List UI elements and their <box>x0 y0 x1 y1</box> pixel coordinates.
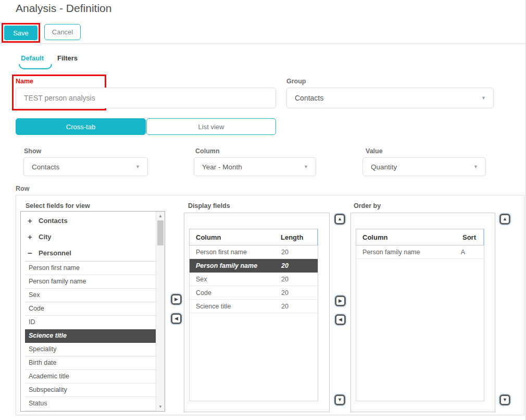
chevron-down-icon: ▼ <box>481 95 486 101</box>
value-label: Value <box>366 147 383 155</box>
group-select-value: Contacts <box>295 94 323 102</box>
crosstab-toggle-button[interactable]: Cross-tab <box>16 118 146 135</box>
fields-tree: +Contacts+City−PersonnelPerson first nam… <box>21 212 156 411</box>
select-fields-label: Select fields for view <box>26 202 90 209</box>
save-highlight-annotation: Save <box>2 23 40 43</box>
page-title: Analysis - Definition <box>16 2 111 15</box>
field-list-item[interactable]: Speciality <box>25 343 156 356</box>
tree-group-row[interactable]: +Contacts <box>21 213 156 229</box>
active-tab-indicator <box>19 64 52 69</box>
display-fields-header: Column Length <box>189 229 318 245</box>
tree-group-label: Contacts <box>39 217 68 225</box>
group-label: Group <box>286 78 306 85</box>
display-fields-grid: Column Length Person first name20Person … <box>189 229 318 401</box>
move-order-field-down-button[interactable]: ▼ <box>499 394 510 405</box>
chevron-down-icon: ▼ <box>304 164 308 169</box>
show-select[interactable]: Contacts ▼ <box>23 157 148 176</box>
select-fields-listbox: +Contacts+City−PersonnelPerson first nam… <box>20 211 165 412</box>
column-header: Column <box>190 233 281 241</box>
column-header: Column <box>356 233 452 241</box>
field-list-item[interactable]: Sex <box>25 289 156 302</box>
analysis-definition-page: Analysis - Definition Save Cancel Defaul… <box>0 0 526 420</box>
display-field-column-cell: Person first name <box>190 249 281 256</box>
display-field-length-cell: 20 <box>281 303 318 310</box>
move-display-field-up-button[interactable]: ▲ <box>334 214 345 225</box>
tab-default[interactable]: Default <box>21 54 44 62</box>
field-list-item[interactable]: Birth date <box>25 356 156 370</box>
remove-field-button[interactable]: ◀ <box>171 313 182 324</box>
field-list-item[interactable]: Academic title <box>25 370 156 384</box>
field-list-item[interactable]: Subspeciality <box>25 384 156 397</box>
order-by-rows: Person family nameA <box>356 245 484 259</box>
column-label: Column <box>195 147 220 155</box>
order-by-header: Column Sort <box>356 229 484 245</box>
add-order-field-button[interactable]: ▶ <box>335 295 346 306</box>
order-by-row[interactable]: Person family nameA <box>356 245 484 259</box>
display-field-column-cell: Person family name <box>190 262 281 269</box>
save-button[interactable]: Save <box>4 26 37 40</box>
display-field-length-cell: 20 <box>281 289 318 297</box>
display-field-length-cell: 20 <box>281 262 318 269</box>
order-sort-cell: A <box>453 249 484 256</box>
display-field-column-cell: Science title <box>190 303 281 310</box>
cancel-button[interactable]: Cancel <box>44 24 81 40</box>
display-fields-box: Column Length Person first name20Person … <box>184 213 330 412</box>
chevron-down-icon: ▼ <box>135 164 140 169</box>
group-select[interactable]: Contacts ▼ <box>286 88 494 108</box>
tree-items-list: Person first namePerson family nameSexCo… <box>25 261 156 411</box>
scroll-down-icon[interactable]: ▼ <box>156 403 165 411</box>
remove-order-field-button[interactable]: ◀ <box>335 314 346 325</box>
display-field-row[interactable]: Person family name20 <box>190 259 318 273</box>
name-input[interactable] <box>16 88 276 108</box>
tree-group-row[interactable]: −Personnel <box>21 245 156 261</box>
collapse-icon[interactable]: − <box>28 249 39 257</box>
vertical-scrollbar[interactable]: ▲ ▼ <box>156 212 165 411</box>
display-field-column-cell: Sex <box>190 276 281 283</box>
field-list-item[interactable]: Status <box>25 397 156 411</box>
scrollbar-thumb[interactable] <box>157 220 164 245</box>
row-section-label: Row <box>16 185 29 192</box>
scroll-up-icon[interactable]: ▲ <box>156 212 165 220</box>
show-select-value: Contacts <box>32 163 59 171</box>
field-list-item[interactable]: ID <box>25 316 156 329</box>
name-label: Name <box>16 78 33 85</box>
move-display-field-down-button[interactable]: ▼ <box>334 394 345 405</box>
order-by-box: Column Sort Person family nameA <box>350 213 495 412</box>
row-configuration-panel: Select fields for view +Contacts+City−Pe… <box>16 195 524 415</box>
chevron-down-icon: ▼ <box>473 164 478 169</box>
field-list-item[interactable]: Person first name <box>25 262 156 275</box>
column-select-value: Year - Month <box>202 163 242 171</box>
toolbar-divider <box>0 43 526 44</box>
display-field-column-cell: Code <box>190 289 281 297</box>
show-label: Show <box>24 147 41 155</box>
display-field-row[interactable]: Person first name20 <box>190 245 318 259</box>
order-by-label: Order by <box>354 202 381 209</box>
tree-group-label: Personnel <box>39 249 71 257</box>
field-list-item[interactable]: Person family name <box>25 275 156 289</box>
display-field-row[interactable]: Science title20 <box>190 300 318 313</box>
expand-icon[interactable]: + <box>28 232 39 241</box>
expand-icon[interactable]: + <box>28 216 39 225</box>
display-fields-rows: Person first name20Person family name20S… <box>190 245 318 313</box>
display-fields-label: Display fields <box>188 202 230 209</box>
length-header: Length <box>281 233 317 241</box>
column-select[interactable]: Year - Month ▼ <box>194 157 316 176</box>
sort-header: Sort <box>452 233 483 241</box>
field-list-item[interactable]: Code <box>25 302 156 316</box>
listview-toggle-button[interactable]: List view <box>146 118 276 135</box>
order-by-grid: Column Sort Person family nameA <box>356 229 484 401</box>
display-field-length-cell: 20 <box>281 276 318 283</box>
value-select-value: Quantity <box>371 163 397 171</box>
tree-group-row[interactable]: +City <box>21 229 156 245</box>
value-select[interactable]: Quantity ▼ <box>362 157 486 176</box>
order-column-cell: Person family name <box>356 249 453 256</box>
tree-group-label: City <box>39 233 52 241</box>
move-order-field-up-button[interactable]: ▲ <box>499 214 510 225</box>
add-field-button[interactable]: ▶ <box>171 294 182 305</box>
field-list-item[interactable]: Science title <box>25 329 156 343</box>
display-field-row[interactable]: Code20 <box>190 286 318 300</box>
display-field-row[interactable]: Sex20 <box>190 273 318 286</box>
tab-filters[interactable]: Filters <box>57 54 78 62</box>
display-field-length-cell: 20 <box>281 249 318 256</box>
